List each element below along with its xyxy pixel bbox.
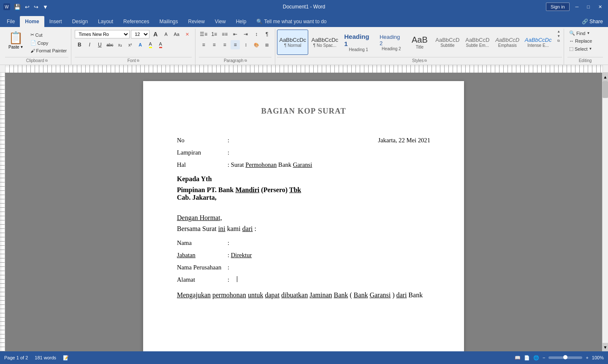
tab-help[interactable]: Help: [231, 16, 252, 27]
font-grow-button[interactable]: A: [151, 30, 160, 39]
tab-view[interactable]: View: [210, 16, 231, 27]
close-button[interactable]: ✕: [596, 3, 605, 11]
maximize-button[interactable]: □: [584, 3, 592, 10]
styles-scroll-up[interactable]: ▲: [557, 30, 560, 33]
dari-underline: dari: [242, 225, 253, 232]
font-shrink-button[interactable]: A: [161, 30, 171, 39]
select-button[interactable]: ⬚ Select ▼: [567, 45, 594, 52]
clear-formatting-button[interactable]: ✕: [182, 30, 192, 39]
numbering-button[interactable]: 1≡: [209, 30, 219, 39]
tab-design[interactable]: Design: [67, 16, 93, 27]
shading-button[interactable]: 🎨: [252, 40, 261, 49]
styles-expand-icon[interactable]: ⧉: [424, 59, 427, 63]
justify-button[interactable]: ≡: [231, 40, 240, 49]
style-heading1[interactable]: Heading 1 Heading 1: [341, 30, 376, 55]
italic-button[interactable]: I: [85, 40, 94, 49]
borders-button[interactable]: ⊞: [262, 40, 271, 49]
line-spacing-button[interactable]: ↕: [241, 40, 250, 49]
status-right: 📖 📄 🌐 − + 100%: [515, 355, 604, 361]
ini-underline: ini: [218, 225, 225, 232]
change-case-button[interactable]: Aa: [172, 30, 181, 39]
font-name-select[interactable]: Times New Ro: [75, 30, 130, 38]
document-area[interactable]: BAGIAN KOP SURAT No : Jakarta, 22 Mei 20…: [5, 73, 602, 351]
sign-in-button[interactable]: Sign in: [546, 3, 570, 11]
underline-button[interactable]: U: [95, 40, 104, 49]
clipboard-expand-icon[interactable]: ⧉: [45, 59, 48, 63]
align-right-button[interactable]: ≡: [220, 40, 229, 49]
scroll-down-button[interactable]: ▼: [603, 343, 608, 351]
styles-more[interactable]: ⧉: [557, 39, 560, 43]
styles-scroll-arrows[interactable]: ▲ ▼ ⧉: [556, 30, 562, 43]
quick-access-toolbar: 💾 ↩ ↪ ▼: [13, 3, 49, 11]
read-mode-icon[interactable]: 📖: [515, 355, 521, 361]
align-left-button[interactable]: ≡: [199, 40, 208, 49]
style-subtitle[interactable]: AaBbCcD Subtitle: [433, 30, 462, 55]
format-painter-button[interactable]: 🖌 Format Painter: [29, 47, 69, 54]
style-emphasis-label: Emphasis: [498, 43, 517, 48]
style-normal-preview: AaBbCcDc: [279, 37, 306, 43]
tab-insert[interactable]: Insert: [44, 16, 67, 27]
style-normal-label: ¶ Normal: [284, 43, 301, 48]
ruler-tick-container: [5, 65, 603, 73]
field-lampiran-colon: :: [228, 149, 236, 156]
right-scrollbar[interactable]: ▲ ▼: [602, 73, 608, 351]
styles-scroll-down[interactable]: ▼: [557, 34, 560, 38]
strikethrough-button[interactable]: abc: [105, 40, 114, 49]
undo-button[interactable]: ↩: [24, 3, 31, 11]
zoom-in-button[interactable]: +: [586, 355, 588, 360]
scroll-up-button[interactable]: ▲: [603, 73, 608, 81]
dengan-hormat: Dengan Hormat,: [177, 214, 430, 222]
font-color-button[interactable]: A: [156, 40, 165, 49]
style-normal[interactable]: AaBbCcDc ¶ Normal: [277, 30, 308, 55]
copy-button[interactable]: 📄 Copy: [29, 39, 69, 46]
qat-dropdown-button[interactable]: ▼: [41, 3, 49, 11]
font-expand-icon[interactable]: ⧉: [137, 59, 139, 63]
find-button[interactable]: 🔍 Find ▼: [567, 30, 594, 37]
superscript-button[interactable]: x²: [125, 40, 135, 49]
web-layout-icon[interactable]: 🌐: [533, 355, 539, 361]
paragraph-expand-icon[interactable]: ⧉: [244, 59, 247, 63]
style-title[interactable]: AaB Title: [407, 30, 432, 55]
ruler-container: [0, 65, 608, 73]
tab-references[interactable]: References: [118, 16, 154, 27]
share-button[interactable]: 🔗 Share: [577, 16, 608, 27]
zoom-slider-thumb[interactable]: [563, 355, 567, 359]
subscript-button[interactable]: x₂: [115, 40, 125, 49]
tab-home[interactable]: Home: [20, 16, 44, 27]
tab-mailings[interactable]: Mailings: [154, 16, 183, 27]
bullets-button[interactable]: ☰≡: [199, 30, 208, 39]
decrease-indent-button[interactable]: ⇤: [231, 30, 240, 39]
scroll-thumb[interactable]: [603, 81, 608, 98]
bold-button[interactable]: B: [75, 40, 84, 49]
multilevel-button[interactable]: ≡≡: [220, 30, 229, 39]
styles-group: AaBbCcDc ¶ Normal AaBbCcDc ¶ No Spac... …: [275, 29, 564, 65]
proofing-icon: 📝: [63, 355, 69, 361]
style-heading2[interactable]: Heading 2 Heading 2: [377, 30, 406, 55]
sort-button[interactable]: ↕: [252, 30, 261, 39]
tab-tell-me[interactable]: 🔍 Tell me what you want to do: [251, 16, 331, 27]
zoom-slider[interactable]: [548, 356, 582, 359]
style-emphasis[interactable]: AaBbCcD Emphasis: [493, 30, 522, 55]
body-section: Dengan Hormat, Bersama Surat ini kami da…: [177, 214, 430, 233]
zoom-out-button[interactable]: −: [543, 355, 545, 360]
style-intense-em[interactable]: AaBbCcDc Intense E...: [523, 30, 554, 55]
blank-line-1: [177, 183, 430, 186]
style-no-spacing[interactable]: AaBbCcDc ¶ No Spac...: [309, 30, 340, 55]
show-formatting-button[interactable]: ¶: [262, 30, 271, 39]
increase-indent-button[interactable]: ⇥: [241, 30, 250, 39]
paste-button[interactable]: 📋 Paste ▼: [5, 30, 27, 51]
font-size-select[interactable]: 12: [131, 30, 149, 38]
tab-file[interactable]: File: [2, 16, 20, 27]
tab-review[interactable]: Review: [183, 16, 209, 27]
save-button[interactable]: 💾: [13, 3, 22, 11]
replace-button[interactable]: ↔ Replace: [567, 38, 594, 44]
redo-button[interactable]: ↪: [33, 3, 40, 11]
highlight-color-button[interactable]: A: [146, 40, 155, 49]
cut-button[interactable]: ✂ Cut: [29, 31, 69, 38]
minimize-button[interactable]: ─: [573, 3, 581, 10]
align-center-button[interactable]: ≡: [209, 40, 219, 49]
tab-layout[interactable]: Layout: [93, 16, 118, 27]
style-subtle-em[interactable]: AaBbCcD Subtle Em...: [463, 30, 492, 55]
print-layout-icon[interactable]: 📄: [524, 355, 530, 361]
text-effects-button[interactable]: A: [136, 40, 145, 49]
